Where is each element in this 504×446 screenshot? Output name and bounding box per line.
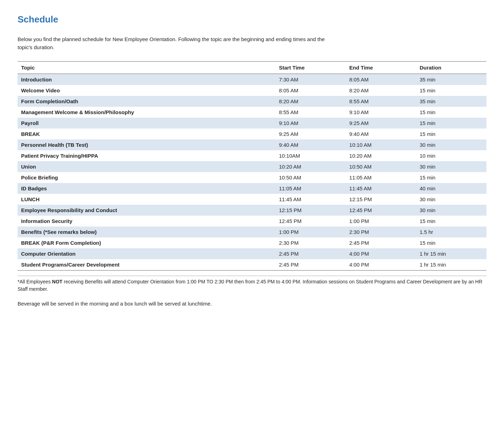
page-title: Schedule bbox=[18, 14, 486, 25]
cell-topic: Personnel Health (TB Test) bbox=[18, 139, 276, 150]
cell-start: 7:30 AM bbox=[276, 74, 346, 85]
cell-duration: 10 min bbox=[416, 150, 486, 161]
table-row: Form Completion/Oath8:20 AM8:55 AM35 min bbox=[18, 96, 486, 107]
cell-duration: 35 min bbox=[416, 96, 486, 107]
table-row: Information Security12:45 PM1:00 PM15 mi… bbox=[18, 216, 486, 227]
footnote-post: receiving Benefits will attend Computer … bbox=[18, 279, 482, 292]
cell-end: 2:45 PM bbox=[346, 237, 416, 248]
cell-end: 9:40 AM bbox=[346, 129, 416, 139]
cell-topic: Employee Responsibility and Conduct bbox=[18, 205, 276, 216]
cell-duration: 15 min bbox=[416, 107, 486, 118]
col-end-time: End Time bbox=[346, 61, 416, 74]
cell-topic: BREAK bbox=[18, 129, 276, 139]
cell-duration: 30 min bbox=[416, 205, 486, 216]
cell-topic: Introduction bbox=[18, 74, 276, 85]
table-row: Welcome Video8:05 AM8:20 AM15 min bbox=[18, 85, 486, 96]
col-start-time: Start Time bbox=[276, 61, 346, 74]
table-row: Employee Responsibility and Conduct12:15… bbox=[18, 205, 486, 216]
beverage-note: Beverage will be served in the morning a… bbox=[18, 300, 486, 308]
cell-start: 12:45 PM bbox=[276, 216, 346, 227]
cell-duration: 15 min bbox=[416, 172, 486, 183]
table-row: Student Programs/Career Development2:45 … bbox=[18, 259, 486, 270]
cell-end: 12:45 PM bbox=[346, 205, 416, 216]
cell-end: 8:05 AM bbox=[346, 74, 416, 85]
cell-start: 8:55 AM bbox=[276, 107, 346, 118]
cell-end: 12:15 PM bbox=[346, 194, 416, 205]
cell-topic: Student Programs/Career Development bbox=[18, 259, 276, 270]
cell-end: 10:10 AM bbox=[346, 139, 416, 150]
cell-duration: 30 min bbox=[416, 139, 486, 150]
cell-start: 8:05 AM bbox=[276, 85, 346, 96]
cell-duration: 30 min bbox=[416, 161, 486, 172]
col-duration: Duration bbox=[416, 61, 486, 74]
cell-end: 10:50 AM bbox=[346, 161, 416, 172]
cell-duration: 35 min bbox=[416, 74, 486, 85]
cell-duration: 30 min bbox=[416, 194, 486, 205]
cell-end: 4:00 PM bbox=[346, 248, 416, 259]
cell-topic: Police Briefing bbox=[18, 172, 276, 183]
table-row: ID Badges11:05 AM11:45 AM40 min bbox=[18, 183, 486, 194]
cell-start: 1:00 PM bbox=[276, 227, 346, 237]
table-row: Patient Privacy Training/HIPPA10:10AM10:… bbox=[18, 150, 486, 161]
cell-topic: ID Badges bbox=[18, 183, 276, 194]
cell-duration: 15 min bbox=[416, 118, 486, 129]
cell-end: 11:05 AM bbox=[346, 172, 416, 183]
table-row: Management Welcome & Mission/Philosophy8… bbox=[18, 107, 486, 118]
cell-start: 10:10AM bbox=[276, 150, 346, 161]
cell-duration: 1.5 hr bbox=[416, 227, 486, 237]
cell-end: 10:20 AM bbox=[346, 150, 416, 161]
table-header-row: Topic Start Time End Time Duration bbox=[18, 61, 486, 74]
cell-start: 10:20 AM bbox=[276, 161, 346, 172]
cell-duration: 15 min bbox=[416, 237, 486, 248]
cell-end: 9:25 AM bbox=[346, 118, 416, 129]
footnote: *All Employees NOT receiving Benefits wi… bbox=[18, 276, 486, 293]
table-row: BREAK (P&R Form Completion)2:30 PM2:45 P… bbox=[18, 237, 486, 248]
cell-topic: Benefits (*See remarks below) bbox=[18, 227, 276, 237]
cell-topic: Management Welcome & Mission/Philosophy bbox=[18, 107, 276, 118]
table-row: Benefits (*See remarks below)1:00 PM2:30… bbox=[18, 227, 486, 237]
table-row: Payroll9:10 AM9:25 AM15 min bbox=[18, 118, 486, 129]
cell-topic: BREAK (P&R Form Completion) bbox=[18, 237, 276, 248]
cell-topic: LUNCH bbox=[18, 194, 276, 205]
cell-end: 9:10 AM bbox=[346, 107, 416, 118]
table-row: BREAK9:25 AM9:40 AM15 min bbox=[18, 129, 486, 139]
cell-start: 9:10 AM bbox=[276, 118, 346, 129]
cell-start: 11:05 AM bbox=[276, 183, 346, 194]
cell-end: 11:45 AM bbox=[346, 183, 416, 194]
cell-end: 4:00 PM bbox=[346, 259, 416, 270]
cell-start: 10:50 AM bbox=[276, 172, 346, 183]
cell-end: 2:30 PM bbox=[346, 227, 416, 237]
cell-duration: 1 hr 15 min bbox=[416, 248, 486, 259]
cell-topic: Union bbox=[18, 161, 276, 172]
table-row: Union10:20 AM10:50 AM30 min bbox=[18, 161, 486, 172]
cell-start: 2:45 PM bbox=[276, 259, 346, 270]
table-row: Personnel Health (TB Test)9:40 AM10:10 A… bbox=[18, 139, 486, 150]
cell-topic: Information Security bbox=[18, 216, 276, 227]
cell-start: 12:15 PM bbox=[276, 205, 346, 216]
cell-duration: 15 min bbox=[416, 216, 486, 227]
col-topic: Topic bbox=[18, 61, 276, 74]
footnote-pre: *All Employees bbox=[18, 279, 52, 284]
cell-duration: 40 min bbox=[416, 183, 486, 194]
cell-end: 8:55 AM bbox=[346, 96, 416, 107]
cell-duration: 1 hr 15 min bbox=[416, 259, 486, 270]
cell-duration: 15 min bbox=[416, 85, 486, 96]
cell-start: 11:45 AM bbox=[276, 194, 346, 205]
cell-end: 1:00 PM bbox=[346, 216, 416, 227]
cell-start: 9:40 AM bbox=[276, 139, 346, 150]
cell-topic: Payroll bbox=[18, 118, 276, 129]
cell-start: 2:45 PM bbox=[276, 248, 346, 259]
footnote-bold: NOT bbox=[52, 279, 63, 284]
cell-end: 8:20 AM bbox=[346, 85, 416, 96]
cell-duration: 15 min bbox=[416, 129, 486, 139]
cell-topic: Computer Orientation bbox=[18, 248, 276, 259]
cell-start: 9:25 AM bbox=[276, 129, 346, 139]
intro-text: Below you find the planned schedule for … bbox=[18, 35, 334, 51]
cell-start: 8:20 AM bbox=[276, 96, 346, 107]
table-row: LUNCH11:45 AM12:15 PM30 min bbox=[18, 194, 486, 205]
cell-topic: Patient Privacy Training/HIPPA bbox=[18, 150, 276, 161]
table-row: Introduction7:30 AM8:05 AM35 min bbox=[18, 74, 486, 85]
cell-topic: Form Completion/Oath bbox=[18, 96, 276, 107]
cell-start: 2:30 PM bbox=[276, 237, 346, 248]
schedule-table: Topic Start Time End Time Duration Intro… bbox=[18, 61, 486, 271]
